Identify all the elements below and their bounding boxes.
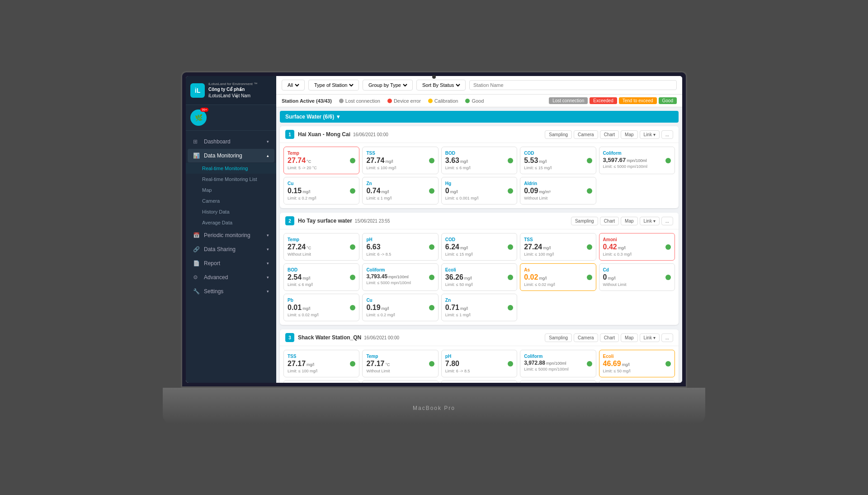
metric-cod-1: COD 5.53mg/l Limit: ≤ 15 mg/l: [520, 147, 596, 174]
sort-select[interactable]: Sort By Status: [420, 82, 462, 88]
metric-zn-2: Zn 0.71mg/l Limit: ≤ 1 mg/l: [441, 294, 517, 321]
sidebar-item-report[interactable]: 📄 Report ▾: [188, 257, 274, 270]
metric-ecoli-3: Ecoli 46.69mg/l Limit: ≤ 50 mg/l: [599, 350, 675, 377]
metric-dot-cu-1: [350, 188, 355, 194]
filter-type[interactable]: Type of Station: [308, 80, 359, 90]
chart-btn-2[interactable]: Chart: [600, 217, 619, 225]
sidebar-item-dashboard[interactable]: ⊞ Dashboard ▾: [188, 135, 274, 148]
filter-all[interactable]: All: [282, 80, 305, 90]
sampling-btn-1[interactable]: Sampling: [545, 130, 572, 139]
metric-dot-zn-1: [429, 188, 434, 194]
more-btn-1[interactable]: ...: [661, 130, 673, 139]
metric-tss-3: TSS 27.17mg/l Limit: ≤ 100 mg/l: [283, 350, 359, 377]
metric-bod-1: BOD 3.63mg/l Limit: ≤ 6 mg/l: [441, 147, 517, 174]
metric-dot-coliform-1: [665, 158, 671, 163]
camera-btn-3[interactable]: Camera: [574, 333, 598, 342]
topbar: All Type of Station Group by Type: [276, 76, 682, 95]
legend-lost: Lost connection: [339, 98, 380, 104]
status-badges: Lost connection Exceeded Tend to exceed …: [549, 97, 677, 104]
station-block-2: 2 Ho Tay surface water 15/06/2021 23:55 …: [280, 213, 679, 325]
metric-dot-ecoli-3: [665, 361, 671, 366]
sidebar-nav: ⊞ Dashboard ▾ 📊 Data Monitoring ▴ Real-t…: [186, 131, 276, 383]
sidebar-item-settings[interactable]: 🔧 Settings ▾: [188, 285, 274, 298]
station-num-3: 3: [285, 333, 294, 342]
filter-group[interactable]: Group by Type: [363, 80, 413, 90]
legend-good: Good: [465, 98, 484, 104]
metric-coliform-1: Coliform 3,597.67mpn/100ml Limit: ≤ 5000…: [599, 147, 675, 174]
station-date-1: 16/06/2021 00:00: [353, 132, 388, 137]
group-select[interactable]: Group by Type: [367, 82, 409, 88]
metric-dot-temp-2: [350, 244, 355, 250]
more-btn-3[interactable]: ...: [661, 333, 673, 342]
metric-bod-2: BOD 2.54mg/l Limit: ≤ 6 mg/l: [283, 263, 359, 291]
search-input[interactable]: [469, 80, 677, 90]
metric-dot-temp-3: [429, 361, 434, 366]
filter-sort[interactable]: Sort By Status: [416, 80, 466, 90]
chevron-down-icon: ▾: [267, 289, 269, 294]
metric-cu-3: Cu 0.00mg/l: [520, 380, 596, 383]
metric-dot-tss-2: [587, 244, 592, 250]
metric-pb-2: Pb 0.01mg/l Limit: ≤ 0.02 mg/l: [283, 294, 359, 321]
station-active-label: Station Active (43/43): [282, 98, 332, 104]
metric-ph-2: pH 6.63 Limit: 6 -> 8.5: [362, 233, 438, 261]
map-btn-2[interactable]: Map: [621, 217, 637, 225]
metric-temp-1: Temp 27.74°C Limit: 5 -> 20 °C: [283, 147, 359, 174]
sidebar-item-average[interactable]: Average Data: [186, 217, 276, 228]
badge-good: Good: [659, 97, 677, 104]
sidebar-item-data-monitoring[interactable]: 📊 Data Monitoring ▴: [188, 149, 274, 162]
section-dropdown-icon: ▾: [337, 114, 340, 120]
sidebar-item-map[interactable]: Map: [186, 185, 276, 195]
metric-dot-amoni-2: [665, 244, 671, 250]
metric-dot-tss-1: [429, 158, 434, 163]
metric-temp-3: Temp 27.17°C Without Limit: [362, 350, 438, 377]
sampling-btn-2[interactable]: Sampling: [571, 217, 598, 225]
chevron-up-icon: ▴: [267, 153, 269, 158]
metric-dot-pb-2: [350, 305, 355, 310]
station-header-3: 3 Shack Water Station_QN 16/06/2021 00:0…: [280, 329, 679, 346]
metric-cod-2: COD 6.24mg/l Limit: ≤ 15 mg/l: [441, 233, 517, 261]
section-surface-water[interactable]: Surface Water (6/6) ▾: [280, 111, 679, 123]
sidebar-item-camera[interactable]: Camera: [186, 195, 276, 206]
link-btn-3[interactable]: Link ▾: [640, 333, 660, 342]
link-btn-1[interactable]: Link ▾: [640, 130, 660, 139]
periodic-icon: 📅: [193, 232, 200, 238]
metric-dot-bod-1: [508, 158, 513, 163]
metric-dot-coliform-3: [587, 361, 592, 366]
sidebar-item-realtime[interactable]: Real-time Monitoring: [186, 163, 276, 174]
metric-coliform-2: Coliform 3,793.45mpn/100ml Limit: ≤ 5000…: [362, 263, 438, 291]
status-bar: Station Active (43/43) Lost connection D…: [276, 95, 682, 107]
map-btn-3[interactable]: Map: [621, 333, 637, 342]
all-select[interactable]: All: [286, 82, 301, 88]
more-btn-2[interactable]: ...: [661, 217, 673, 225]
sidebar-item-advanced[interactable]: ⚙ Advanced ▾: [188, 271, 274, 284]
dashboard-icon: ⊞: [193, 138, 200, 145]
station-actions-2: Sampling Chart Map Link ▾ ...: [571, 217, 673, 225]
station-header-2: 2 Ho Tay surface water 15/06/2021 23:55 …: [280, 213, 679, 229]
sidebar-item-periodic[interactable]: 📅 Periodic monitoring ▾: [188, 228, 274, 242]
station-actions-3: Sampling Camera Chart Map Link ▾ ...: [545, 333, 673, 342]
chevron-down-icon: ▾: [267, 261, 269, 266]
sampling-btn-3[interactable]: Sampling: [545, 333, 572, 342]
metric-dot-cod-2: [508, 244, 513, 250]
metric-zn-3: Zn 0.05mg/l: [599, 380, 675, 383]
sidebar-item-data-sharing[interactable]: 🔗 Data Sharing ▾: [188, 243, 274, 256]
logo-icon: iL: [190, 83, 205, 98]
laptop-base: MacBook Pro: [163, 388, 705, 424]
chevron-down-icon: ▾: [267, 247, 269, 252]
metric-dot-hg-1: [508, 188, 513, 194]
metric-temp-2: Temp 27.24°C Without Limit: [283, 233, 359, 261]
type-select[interactable]: Type of Station: [312, 82, 355, 88]
link-btn-2[interactable]: Link ▾: [640, 217, 660, 225]
camera-btn-1[interactable]: Camera: [574, 130, 598, 139]
metric-hg-1: Hg 0mg/l Limit: ≤ 0.001 mg/l: [441, 177, 517, 205]
sidebar-item-history[interactable]: History Data: [186, 206, 276, 217]
chart-btn-3[interactable]: Chart: [600, 333, 619, 342]
content-area: Surface Water (6/6) ▾ 1 Hai Xuan - Mong …: [276, 107, 682, 383]
advanced-icon: ⚙: [193, 274, 200, 281]
sidebar-item-realtime-list[interactable]: Real-time Monitoring List: [186, 174, 276, 185]
badge-tend: Tend to exceed: [619, 97, 657, 104]
sidebar-logo: iL iLotusLand for Environment ™ Công ty …: [186, 76, 276, 105]
map-btn-1[interactable]: Map: [621, 130, 637, 139]
chart-btn-1[interactable]: Chart: [600, 130, 619, 139]
station-header-1: 1 Hai Xuan - Mong Cai 16/06/2021 00:00 S…: [280, 126, 679, 143]
